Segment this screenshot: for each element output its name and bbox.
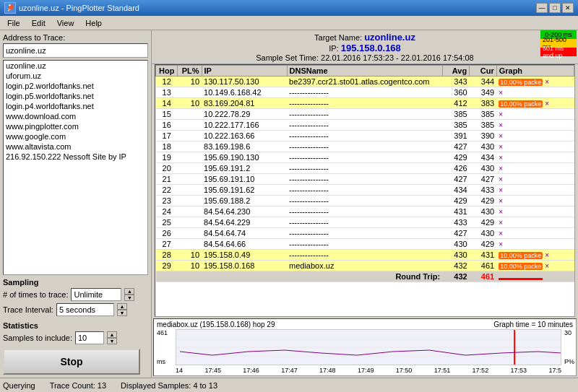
- cell-avg: 434: [442, 185, 470, 196]
- target-name-value: uzonline.uz: [364, 32, 415, 43]
- list-item[interactable]: www.google.com: [4, 131, 147, 141]
- samples-label: # of times to trace:: [3, 290, 68, 299]
- stats-title: Statistics: [3, 321, 148, 330]
- cell-hop: 17: [156, 131, 178, 141]
- cell-cur: 385: [470, 109, 497, 120]
- menu-help[interactable]: Help: [81, 17, 106, 29]
- maximize-button[interactable]: □: [549, 3, 561, 13]
- list-item[interactable]: www.altavista.com: [4, 141, 147, 152]
- cell-avg: 430: [442, 239, 470, 250]
- cell-ip: 84.54.64.230: [202, 206, 287, 217]
- cell-avg: 412: [442, 98, 470, 109]
- cell-ip: 195.69.188.2: [202, 196, 287, 206]
- cell-ip: 195.158.0.168: [202, 261, 287, 271]
- cell-ip: 195.158.0.49: [202, 250, 287, 261]
- cell-pl: [178, 206, 202, 217]
- table-row[interactable]: 24 84.54.64.230 --------------- 431 430 …: [156, 206, 574, 217]
- table-row[interactable]: 16 10.222.177.166 --------------- 385 38…: [156, 120, 574, 131]
- cell-cur: 344: [470, 77, 497, 87]
- cell-ip: 195.69.190.130: [202, 152, 287, 163]
- cell-dns: ---------------: [287, 98, 442, 109]
- cell-ip: 84.54.64.66: [202, 239, 287, 250]
- include-label: Samples to include:: [3, 334, 72, 342]
- bottom-graph: mediabox.uz (195.158.0.168) hop 29 Graph…: [153, 318, 577, 376]
- interval-input[interactable]: [56, 303, 114, 316]
- minimize-button[interactable]: —: [536, 3, 548, 13]
- include-up[interactable]: ▲: [107, 331, 117, 338]
- cell-dns: ---------------: [287, 239, 442, 250]
- y-top: 461: [157, 329, 171, 336]
- table-row[interactable]: 13 10.149.6.168.42 --------------- 360 3…: [156, 87, 574, 98]
- menu-edit[interactable]: Edit: [27, 17, 50, 29]
- samples-up[interactable]: ▲: [124, 288, 134, 295]
- table-row[interactable]: 21 195.69.191.10 --------------- 427 427…: [156, 174, 574, 185]
- cell-cur: 430: [470, 163, 497, 174]
- table-row[interactable]: 14 10 83.169.204.81 --------------- 412 …: [156, 98, 574, 109]
- cell-dns: ---------------: [287, 217, 442, 228]
- cell-hop: 29: [156, 261, 178, 271]
- close-button[interactable]: ✕: [562, 3, 574, 13]
- table-row[interactable]: 17 10.222.163.66 --------------- 391 390…: [156, 131, 574, 141]
- time-2: 17:46: [243, 367, 259, 374]
- cell-dns: ---------------: [287, 152, 442, 163]
- table-row[interactable]: 18 83.169.198.6 --------------- 427 430 …: [156, 141, 574, 152]
- table-container[interactable]: Hop PL% IP DNSName Avg Cur Graph 12 10 1…: [155, 64, 575, 317]
- table-row[interactable]: 25 84.54.64.229 --------------- 433 429 …: [156, 217, 574, 228]
- address-input[interactable]: [3, 43, 148, 58]
- include-down[interactable]: ▼: [107, 338, 117, 344]
- interval-up[interactable]: ▲: [117, 303, 127, 310]
- list-item[interactable]: 216.92.150.222 Nessoft Site by IP: [4, 152, 147, 162]
- include-input[interactable]: [75, 331, 104, 344]
- cell-dns: ---------------: [287, 120, 442, 131]
- list-item[interactable]: login.p5.worldoftanks.net: [4, 91, 147, 101]
- interval-down[interactable]: ▼: [117, 310, 127, 316]
- table-row[interactable]: 15 10.222.78.29 --------------- 385 385 …: [156, 109, 574, 120]
- cell-graph: ×: [496, 196, 574, 206]
- list-item[interactable]: www.download.com: [4, 111, 147, 121]
- samples-input[interactable]: [71, 288, 121, 301]
- time-3: 17:47: [281, 367, 298, 374]
- time-7: 17:51: [434, 367, 451, 374]
- samples-row: # of times to trace: ▲ ▼: [3, 288, 148, 301]
- cell-dns: ---------------: [287, 109, 442, 120]
- stop-button[interactable]: Stop: [3, 349, 140, 375]
- cell-cur: 430: [470, 206, 497, 217]
- table-row[interactable]: 23 195.69.188.2 --------------- 429 429 …: [156, 196, 574, 206]
- menu-file[interactable]: File: [3, 17, 25, 29]
- cell-avg: 427: [442, 228, 470, 239]
- address-list[interactable]: uzonline.uz uforum.uz login.p2.worldofta…: [3, 60, 148, 275]
- cell-cur: 434: [470, 152, 497, 163]
- cell-ip: 10.222.78.29: [202, 109, 287, 120]
- cell-ip: 84.54.64.229: [202, 217, 287, 228]
- table-row[interactable]: 28 10 195.158.0.49 --------------- 430 4…: [156, 250, 574, 261]
- cell-pl: [178, 217, 202, 228]
- table-row[interactable]: 29 10 195.158.0.168 mediabox.uz 432 461 …: [156, 261, 574, 271]
- title-bar: 🏓 uzonline.uz - PingPlotter Standard — □…: [0, 0, 578, 16]
- list-item[interactable]: www.pingplotter.com: [4, 121, 147, 131]
- table-row[interactable]: 27 84.54.64.66 --------------- 430 429 ×: [156, 239, 574, 250]
- samples-down[interactable]: ▼: [124, 295, 134, 301]
- cell-avg: 429: [442, 152, 470, 163]
- cell-cur: 427: [470, 174, 497, 185]
- list-item[interactable]: uzonline.uz: [4, 61, 147, 71]
- cell-dns: ---------------: [287, 196, 442, 206]
- list-item[interactable]: uforum.uz: [4, 71, 147, 81]
- table-row[interactable]: 22 195.69.191.62 --------------- 434 433…: [156, 185, 574, 196]
- table-row[interactable]: 19 195.69.190.130 --------------- 429 43…: [156, 152, 574, 163]
- roundtrip-label: [156, 271, 288, 282]
- list-item[interactable]: login.p4.worldoftanks.net: [4, 101, 147, 111]
- cell-avg: 427: [442, 141, 470, 152]
- right-panel: Target Name: uzonline.uz IP: 195.158.0.1…: [152, 30, 578, 378]
- graph-time-axis: 14 17:45 17:46 17:47 17:48 17:49 17:50 1…: [176, 367, 561, 374]
- target-name-label: Target Name:: [314, 33, 362, 42]
- right-top: 30: [564, 329, 574, 336]
- menu-view[interactable]: View: [53, 17, 79, 29]
- table-row[interactable]: 26 84.54.64.74 --------------- 427 430 ×: [156, 228, 574, 239]
- roundtrip-graph: [496, 271, 574, 282]
- table-row[interactable]: 12 10 130.117.50.130 be2397.ccr21.sto01.…: [156, 77, 574, 87]
- stats-include-row: Samples to include: ▲ ▼: [3, 331, 148, 344]
- table-row[interactable]: 20 195.69.191.2 --------------- 426 430 …: [156, 163, 574, 174]
- target-ip-label: IP:: [329, 44, 338, 53]
- cell-dns: ---------------: [287, 141, 442, 152]
- list-item[interactable]: login.p2.worldoftanks.net: [4, 81, 147, 91]
